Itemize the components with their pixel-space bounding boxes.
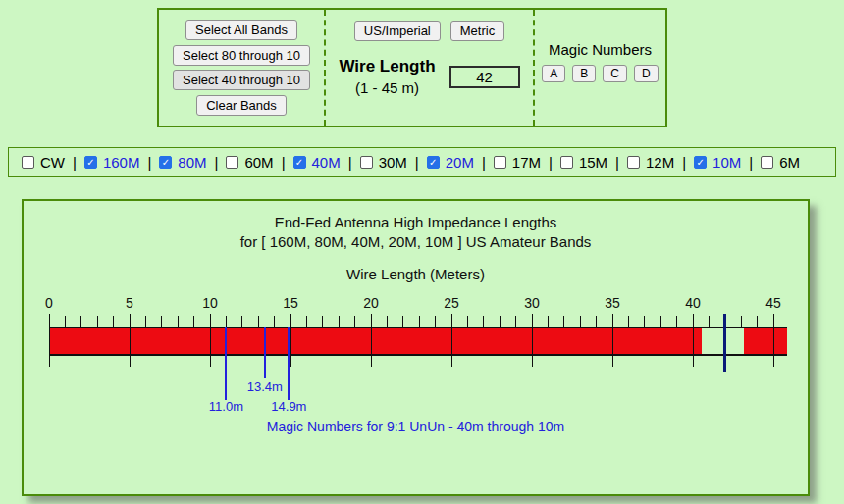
- minor-tick: [596, 316, 597, 327]
- minor-tick: [339, 316, 340, 327]
- band-checkbox-10m[interactable]: ✓: [694, 156, 707, 169]
- band-checkbox-17m[interactable]: [494, 156, 506, 169]
- major-tick: [773, 314, 774, 367]
- us-imperial-button[interactable]: US/Imperial: [354, 21, 441, 41]
- wire-length-ruler: 05101520253035404511.0m13.4m14.9m: [24, 201, 808, 494]
- bar-edge: [49, 354, 787, 356]
- select-80-through-10-button[interactable]: Select 80 through 10: [173, 45, 310, 66]
- minor-tick: [676, 316, 677, 327]
- wire-length-input[interactable]: [449, 66, 520, 88]
- clear-bands-button[interactable]: Clear Bands: [196, 95, 287, 116]
- band-label-6m: 6M: [779, 154, 800, 171]
- bar-edge: [49, 327, 787, 328]
- minor-tick: [274, 316, 275, 327]
- minor-tick: [467, 316, 468, 327]
- axis-tick-label: 25: [444, 295, 459, 311]
- major-tick: [210, 314, 211, 367]
- minor-tick: [80, 316, 81, 327]
- minor-tick: [145, 316, 146, 327]
- minor-tick: [322, 316, 323, 327]
- axis-tick-label: 0: [45, 295, 53, 311]
- axis-tick-label: 40: [685, 295, 701, 311]
- band-checkbox-12m[interactable]: [627, 156, 640, 169]
- band-checkbox-80m[interactable]: ✓: [159, 156, 172, 169]
- magic-marker-label: 11.0m: [209, 399, 243, 414]
- band-checkbox-6m[interactable]: [761, 156, 773, 169]
- major-tick: [49, 314, 50, 367]
- magic-numbers-label: Magic Numbers: [549, 41, 652, 58]
- band-checkbox-40m[interactable]: ✓: [293, 156, 306, 169]
- magic-numbers-section: Magic Numbers ABCD: [535, 10, 665, 126]
- minor-tick: [387, 316, 388, 327]
- wire-length-marker: [723, 314, 726, 372]
- band-separator: |: [549, 154, 553, 171]
- select-40-through-10-button[interactable]: Select 40 through 10: [173, 70, 310, 90]
- bar-red-segment: [744, 327, 787, 356]
- band-separator: |: [615, 154, 619, 171]
- minor-tick: [178, 316, 179, 327]
- band-label-60m: 60M: [244, 154, 273, 171]
- minor-tick: [226, 316, 227, 327]
- bar-red-segment: [49, 327, 702, 356]
- band-separator: |: [215, 154, 219, 171]
- band-label-15m: 15M: [579, 154, 607, 171]
- magic-number-a-button[interactable]: A: [542, 65, 565, 82]
- band-select-buttons: Select All BandsSelect 80 through 10Sele…: [159, 10, 324, 126]
- band-checkbox-30m[interactable]: [360, 156, 373, 169]
- major-tick: [532, 314, 533, 367]
- band-checkbox-cw[interactable]: [22, 156, 34, 169]
- minor-tick: [580, 316, 581, 327]
- major-tick: [612, 314, 613, 367]
- minor-tick: [660, 316, 661, 327]
- minor-tick: [402, 316, 403, 327]
- band-checkbox-15m[interactable]: [560, 156, 573, 169]
- axis-tick-label: 5: [126, 295, 133, 311]
- axis-tick-label: 45: [765, 295, 781, 311]
- band-separator: |: [73, 154, 77, 171]
- magic-number-b-button[interactable]: B: [572, 65, 596, 82]
- axis-tick-label: 15: [283, 295, 298, 311]
- band-checkbox-20m[interactable]: ✓: [427, 156, 440, 169]
- wire-length-label: Wire Length: [339, 57, 435, 76]
- major-tick: [290, 314, 291, 367]
- wire-length-section: US/ImperialMetric Wire Length (1 - 45 m): [324, 10, 535, 126]
- band-label-10m: 10M: [712, 154, 741, 171]
- minor-tick: [354, 316, 355, 327]
- minor-tick: [419, 316, 420, 327]
- wire-length-row: Wire Length (1 - 45 m): [339, 57, 519, 96]
- magic-number-c-button[interactable]: C: [603, 65, 627, 82]
- band-checkbox-160m[interactable]: ✓: [84, 156, 97, 169]
- chart-footnote: Magic Numbers for 9:1 UnUn - 40m through…: [24, 419, 808, 434]
- minor-tick: [644, 316, 645, 327]
- minor-tick: [500, 316, 501, 327]
- minor-tick: [161, 316, 162, 327]
- minor-tick: [515, 316, 516, 327]
- band-separator: |: [282, 154, 286, 171]
- band-label-80m: 80M: [178, 154, 206, 171]
- band-checkbox-60m[interactable]: [226, 156, 238, 169]
- band-label-30m: 30M: [379, 154, 407, 171]
- minor-tick: [435, 316, 436, 327]
- axis-tick-label: 10: [202, 295, 218, 311]
- major-tick: [130, 314, 131, 367]
- band-checkbox-row: CW|✓160M|✓80M|60M|✓40M|30M|✓20M|17M|15M|…: [8, 147, 836, 177]
- band-separator: |: [147, 154, 151, 171]
- select-all-bands-button[interactable]: Select All Bands: [185, 20, 297, 40]
- antenna-length-calculator: Select All BandsSelect 80 through 10Sele…: [0, 0, 844, 504]
- band-label-40m: 40M: [312, 154, 341, 171]
- magic-marker-label: 14.9m: [271, 399, 306, 414]
- magic-number-d-button[interactable]: D: [634, 65, 659, 82]
- axis-tick-label: 35: [605, 295, 620, 311]
- magic-marker-line: [288, 327, 290, 400]
- minor-tick: [258, 316, 259, 327]
- band-separator: |: [482, 154, 486, 171]
- minor-tick: [741, 316, 742, 327]
- wire-length-text: Wire Length (1 - 45 m): [339, 57, 435, 96]
- control-panel: Select All BandsSelect 80 through 10Sele…: [157, 8, 667, 127]
- minor-tick: [193, 316, 194, 327]
- band-label-12m: 12M: [646, 154, 674, 171]
- metric-button[interactable]: Metric: [450, 21, 504, 41]
- wire-length-range: (1 - 45 m): [339, 79, 435, 96]
- minor-tick: [757, 316, 758, 327]
- minor-tick: [306, 316, 307, 327]
